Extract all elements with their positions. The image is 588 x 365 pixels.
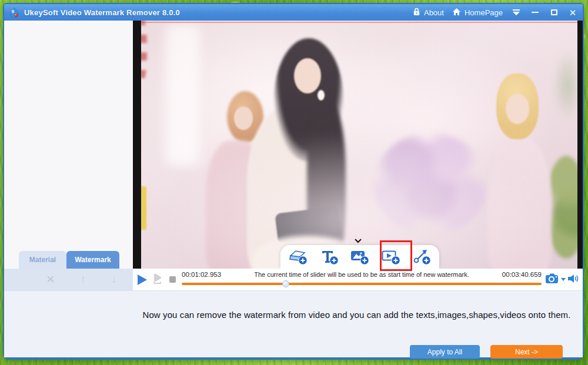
info-message: Now you can remove the watermark from vi… [133, 310, 580, 320]
sidebar-tabs: Material Watermark [19, 251, 119, 269]
app-window: UkeySoft Video Watermark Remover 8.0.0 A… [3, 3, 584, 360]
playback-control-bar: ✕ ↑ ↓ 00:01:02.953 The current time of s… [4, 269, 583, 290]
total-time: 00:03:40.659 [502, 271, 542, 278]
seek-slider[interactable] [182, 280, 542, 288]
close-icon: ✕ [569, 8, 577, 17]
play-button[interactable] [138, 274, 147, 285]
delete-watermark-icon[interactable]: ✕ [46, 274, 55, 284]
add-image-button[interactable] [349, 248, 370, 266]
home-icon [452, 8, 461, 18]
snapshot-volume-group [544, 269, 583, 290]
close-button[interactable]: ✕ [567, 8, 578, 17]
remove-watermark-add-button[interactable] [288, 248, 309, 266]
material-watermark-panel: Material Watermark [4, 21, 133, 269]
preview-play-button[interactable] [152, 273, 164, 287]
toolbar-chevron-down-icon[interactable] [354, 236, 362, 242]
title-bar: UkeySoft Video Watermark Remover 8.0.0 A… [4, 4, 583, 21]
move-up-icon[interactable]: ↑ [81, 274, 86, 284]
transport-controls [133, 269, 181, 290]
seek-track[interactable] [182, 283, 542, 285]
video-frame [141, 21, 577, 269]
slider-hint-text: The current time of slider will be used … [221, 271, 502, 278]
app-logo-icon [9, 7, 20, 18]
homepage-menu[interactable]: HomePage [452, 8, 503, 18]
tab-material[interactable]: Material [19, 251, 66, 269]
window-title: UkeySoft Video Watermark Remover 8.0.0 [24, 8, 180, 17]
minimize-button[interactable] [530, 8, 540, 17]
add-shape-button[interactable] [411, 248, 432, 266]
snapshot-camera-button[interactable] [545, 273, 559, 287]
about-label: About [424, 8, 444, 17]
move-down-icon[interactable]: ↓ [112, 274, 117, 284]
about-menu[interactable]: About [413, 8, 444, 18]
slider-thumb[interactable] [282, 280, 289, 287]
video-preview-area[interactable] [133, 21, 583, 269]
lock-icon [413, 8, 420, 18]
add-text-button[interactable] [319, 248, 340, 266]
stop-button[interactable] [169, 276, 176, 283]
homepage-label: HomePage [465, 8, 503, 17]
current-time: 00:01:02.953 [182, 271, 221, 278]
watermark-toolbar [280, 245, 439, 269]
add-video-button[interactable] [380, 248, 402, 266]
titlebar-dropdown-button[interactable] [511, 8, 522, 17]
footer-panel: Now you can remove the watermark from vi… [4, 290, 583, 357]
tab-watermark[interactable]: Watermark [66, 251, 119, 269]
next-button[interactable]: Next -> [490, 345, 563, 359]
main-row: Material Watermark [4, 21, 583, 269]
apply-to-all-button[interactable]: Apply to All [410, 345, 480, 359]
video-top-line [141, 22, 577, 23]
watermark-list-actions: ✕ ↑ ↓ [4, 269, 133, 290]
progress-section: 00:01:02.953 The current time of slider … [181, 269, 583, 290]
maximize-button[interactable] [549, 8, 559, 17]
color-wash [141, 21, 577, 269]
snapshot-dropdown-icon[interactable] [561, 278, 566, 281]
volume-button[interactable] [567, 273, 579, 286]
